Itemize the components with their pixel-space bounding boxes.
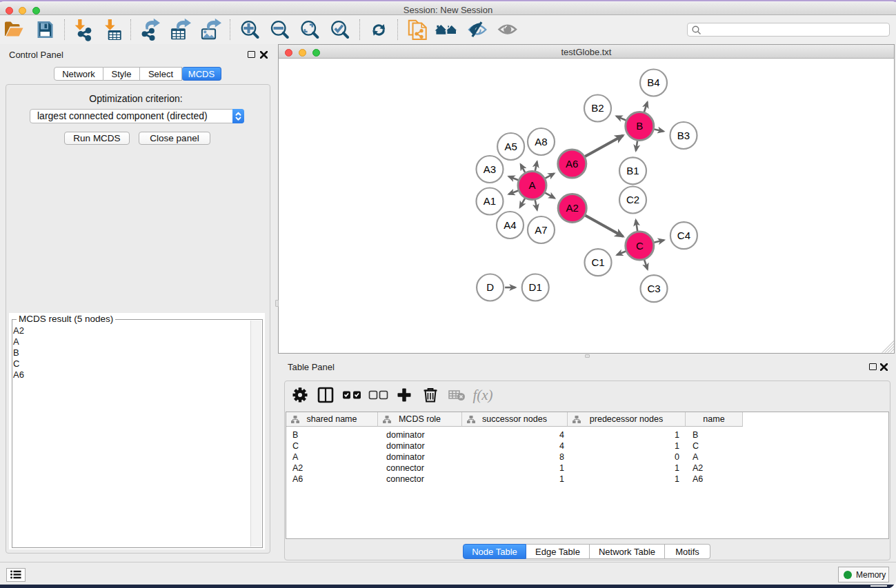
svg-text:D1: D1 (529, 281, 542, 293)
svg-text:C1: C1 (591, 256, 604, 268)
svg-text:B: B (636, 120, 643, 132)
svg-text:B2: B2 (591, 102, 604, 114)
svg-text:B3: B3 (677, 130, 690, 141)
svg-text:C4: C4 (677, 230, 690, 241)
svg-text:A2: A2 (566, 202, 579, 214)
svg-text:B4: B4 (647, 77, 659, 88)
svg-text:A: A (528, 179, 535, 191)
svg-text:C: C (636, 240, 644, 252)
svg-text:D: D (486, 281, 494, 293)
svg-text:A4: A4 (504, 219, 516, 231)
svg-text:B1: B1 (626, 165, 639, 176)
svg-text:A7: A7 (535, 224, 547, 236)
svg-text:A8: A8 (535, 136, 547, 148)
svg-text:f(x): f(x) (472, 387, 492, 403)
svg-text:A5: A5 (504, 141, 517, 152)
svg-text:C3: C3 (647, 283, 660, 294)
svg-text:A6: A6 (566, 158, 578, 170)
svg-text:A3: A3 (484, 163, 496, 175)
svg-text:A1: A1 (484, 195, 496, 207)
svg-text:C2: C2 (626, 194, 639, 205)
